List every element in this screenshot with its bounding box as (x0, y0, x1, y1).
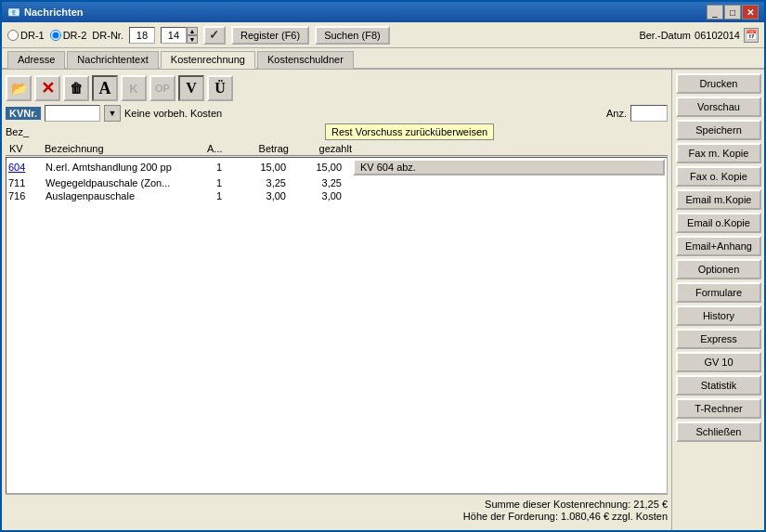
table-area: 604 N.erl. Amtshandlung 200 pp 1 15,00 1… (6, 157, 668, 494)
formulare-button[interactable]: Formulare (676, 282, 761, 303)
col-kv-header: KV (7, 143, 45, 154)
forderung-label: Höhe der Forderung: 1.080,46 € zzgl. Kos… (6, 511, 668, 522)
cell-a: 1 (206, 158, 232, 176)
column-headers: KV Bezeichnung A... Betrag gezahlt (6, 142, 668, 156)
dr-nr-label: DR-Nr. (92, 30, 123, 41)
cell-kv: 604 (6, 158, 44, 176)
drucken-button[interactable]: Drucken (676, 73, 761, 94)
icon-toolbar: 📂 ✕ 🗑 A K OP V Ü (6, 73, 668, 103)
cell-kv: 716 (6, 189, 44, 202)
tab-nachrichtentext[interactable]: Nachrichtentext (67, 51, 158, 69)
v-button[interactable]: V (178, 75, 204, 101)
kv-abz-button[interactable]: KV 604 abz. (353, 159, 665, 175)
tooltip-area: Rest Vorschuss zurücküberweisen (167, 123, 494, 140)
ber-datum-label: Ber.-Datum (639, 30, 691, 41)
window-controls: _ □ ✕ (707, 5, 759, 19)
tab-kostenrechnung[interactable]: Kostenrechnung (161, 51, 255, 69)
col-bez-header: Bezeichnung (45, 143, 207, 154)
speichern-button[interactable]: Speichern (676, 120, 761, 140)
dr2-radio[interactable] (50, 30, 61, 41)
summary-area: Summe dieser Kostenrechnung: 21,25 € Höh… (6, 494, 668, 526)
anz-group: Anz. (606, 105, 668, 122)
main-content: 📂 ✕ 🗑 A K OP V Ü KVNr. ▼ Keine vorbeh. K… (2, 70, 764, 530)
t-rechner-button[interactable]: T-Rechner (676, 398, 761, 419)
u-uml-button[interactable]: Ü (207, 75, 233, 101)
table-row[interactable]: 716 Auslagenpauschale 1 3,00 3,00 (6, 189, 667, 202)
k-button[interactable]: K (121, 75, 147, 101)
check-button[interactable]: ✓ (203, 26, 226, 45)
ber-datum-area: Ber.-Datum 06102014 📅 (639, 28, 759, 43)
cell-betrag: 3,00 (232, 189, 288, 202)
vorschau-button[interactable]: Vorschau (676, 97, 761, 117)
kv-link[interactable]: 604 (8, 162, 25, 173)
delete-button[interactable]: ✕ (34, 75, 60, 101)
dr1-radio-label[interactable]: DR-1 (7, 30, 45, 41)
spin-input[interactable] (161, 27, 187, 44)
cell-betrag: 3,25 (232, 176, 288, 189)
kvnr-input[interactable] (45, 105, 100, 122)
dr1-radio[interactable] (7, 30, 19, 41)
schliessen-button[interactable]: Schließen (676, 422, 761, 442)
basket-button[interactable]: 🗑 (63, 75, 89, 101)
spin-down-button[interactable]: ▼ (187, 35, 198, 44)
tab-adresse[interactable]: Adresse (7, 51, 65, 69)
spin-buttons: ▲ ▼ (187, 27, 198, 44)
calendar-icon[interactable]: 📅 (744, 28, 759, 43)
fax-m-kopie-button[interactable]: Fax m. Kopie (676, 143, 761, 163)
fax-o-kopie-button[interactable]: Fax o. Kopie (676, 166, 761, 187)
op-button[interactable]: OP (149, 75, 175, 101)
cell-bezeichnung: N.erl. Amtshandlung 200 pp (44, 158, 206, 176)
close-button[interactable]: ✕ (742, 5, 759, 19)
dr2-radio-label[interactable]: DR-2 (50, 30, 87, 41)
history-button[interactable]: History (676, 305, 761, 326)
suchen-button[interactable]: Suchen (F8) (315, 26, 390, 45)
cell-betrag: 15,00 (232, 158, 288, 176)
maximize-button[interactable]: □ (724, 5, 741, 19)
optionen-button[interactable]: Optionen (676, 259, 761, 279)
col-gezahlt-header: gezahlt (296, 143, 352, 154)
table-row[interactable]: 711 Wegegeldpauschale (Zon... 1 3,25 3,2… (6, 176, 667, 189)
cell-a: 1 (206, 176, 232, 189)
cell-kv: 711 (6, 176, 44, 189)
col-betrag-header: Betrag (233, 143, 289, 154)
keine-text: Keine vorbeh. Kosten (124, 108, 222, 119)
register-button[interactable]: Register (F6) (231, 26, 309, 45)
cell-gezahlt: 15,00 (288, 158, 344, 176)
left-panel: 📂 ✕ 🗑 A K OP V Ü KVNr. ▼ Keine vorbeh. K… (2, 70, 671, 530)
title-bar: 📧 Nachrichten _ □ ✕ (2, 2, 764, 22)
gv10-button[interactable]: GV 10 (676, 352, 761, 372)
tooltip-box: Rest Vorschuss zurücküberweisen (325, 123, 494, 140)
main-window: 📧 Nachrichten _ □ ✕ DR-1 DR-2 DR-Nr. ▲ (0, 0, 766, 532)
statistik-button[interactable]: Statistik (676, 375, 761, 396)
tab-kostenschuldner[interactable]: Kostenschuldner (257, 51, 354, 69)
email-m-kopie-button[interactable]: Email m.Kopie (676, 189, 761, 210)
window-title: 📧 Nachrichten (7, 6, 84, 19)
nr-input[interactable] (129, 27, 155, 44)
kvnr-dropdown-button[interactable]: ▼ (104, 105, 121, 122)
email-o-kopie-button[interactable]: Email o.Kopie (676, 213, 761, 233)
a-button[interactable]: A (92, 75, 118, 101)
minimize-button[interactable]: _ (707, 5, 723, 19)
window-icon: 📧 (7, 6, 20, 19)
toolbar-row: DR-1 DR-2 DR-Nr. ▲ ▼ ✓ Register (F6) Suc… (2, 22, 764, 48)
col-a-header: A... (207, 143, 233, 154)
email-anhang-button[interactable]: Email+Anhang (676, 236, 761, 256)
ber-datum-value: 06102014 (695, 30, 740, 41)
table-row[interactable]: 604 N.erl. Amtshandlung 200 pp 1 15,00 1… (6, 158, 667, 176)
cell-bezeichnung: Wegegeldpauschale (Zon... (44, 176, 206, 189)
cell-gezahlt: 3,25 (288, 176, 344, 189)
summe-label: Summe dieser Kostenrechnung: 21,25 € (6, 499, 668, 510)
bez-label: Bez_ (6, 126, 80, 137)
folder-button[interactable]: 📂 (6, 75, 32, 101)
right-panel: Drucken Vorschau Speichern Fax m. Kopie … (671, 70, 764, 530)
express-button[interactable]: Express (676, 329, 761, 349)
anz-label: Anz. (606, 108, 627, 119)
tabs-row: Adresse Nachrichtentext Kostenrechnung K… (2, 48, 764, 70)
cell-btn: KV 604 abz. (344, 158, 667, 176)
cell-empty (344, 189, 667, 202)
spin-up-button[interactable]: ▲ (187, 27, 198, 35)
cell-empty (344, 176, 667, 189)
cell-bezeichnung: Auslagenpauschale (44, 189, 206, 202)
anz-input[interactable] (630, 105, 668, 122)
kvnr-label: KVNr. (6, 107, 41, 120)
